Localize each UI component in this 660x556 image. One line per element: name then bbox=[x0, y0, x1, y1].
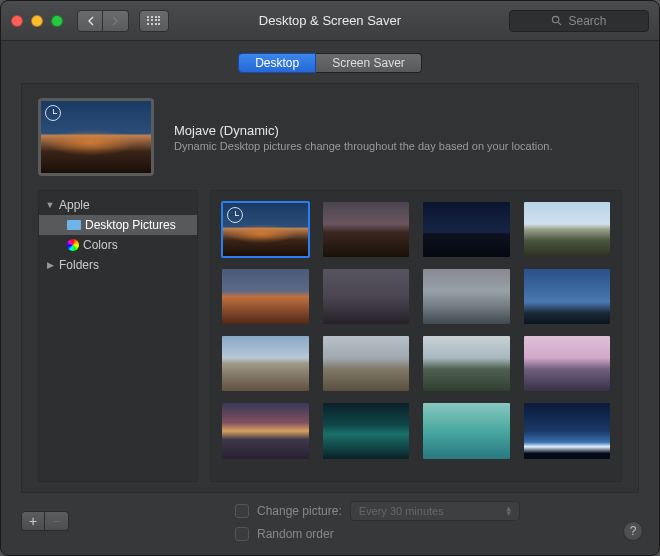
dynamic-badge-icon bbox=[45, 105, 61, 121]
sidebar-item-folders[interactable]: ▶ Folders bbox=[39, 255, 197, 275]
svg-line-1 bbox=[559, 22, 562, 25]
minimize-button[interactable] bbox=[31, 15, 43, 27]
sidebar-item-desktop-pictures[interactable]: Desktop Pictures bbox=[39, 215, 197, 235]
svg-point-0 bbox=[553, 16, 559, 22]
search-field[interactable]: Search bbox=[509, 10, 649, 32]
tab-screen-saver[interactable]: Screen Saver bbox=[316, 53, 422, 73]
wallpaper-thumbnail[interactable] bbox=[422, 268, 511, 325]
source-tree: ▼ Apple Desktop Pictures Colors ▶ Folder… bbox=[39, 191, 197, 279]
sidebar-label: Colors bbox=[83, 238, 118, 252]
wallpaper-thumbnail[interactable] bbox=[221, 335, 310, 392]
wallpaper-thumbnail[interactable] bbox=[322, 268, 411, 325]
disclosure-triangle-icon[interactable]: ▶ bbox=[45, 260, 55, 270]
wallpaper-grid-container[interactable] bbox=[210, 190, 622, 482]
wallpaper-thumbnail[interactable] bbox=[422, 335, 511, 392]
grid-icon bbox=[147, 16, 161, 26]
wallpaper-thumbnail[interactable] bbox=[322, 201, 411, 258]
wallpaper-thumbnail[interactable] bbox=[523, 335, 612, 392]
remove-folder-button[interactable]: − bbox=[45, 511, 69, 531]
wallpaper-thumbnail[interactable] bbox=[523, 268, 612, 325]
sidebar-label: Desktop Pictures bbox=[85, 218, 176, 232]
wallpaper-thumbnail[interactable] bbox=[221, 268, 310, 325]
forward-button[interactable] bbox=[103, 10, 129, 32]
content-area: Mojave (Dynamic) Dynamic Desktop picture… bbox=[21, 83, 639, 493]
change-picture-row: Change picture: Every 30 minutes ▲▼ bbox=[235, 501, 520, 521]
wallpaper-title: Mojave (Dynamic) bbox=[174, 123, 622, 138]
color-wheel-icon bbox=[67, 239, 79, 251]
sidebar-item-apple[interactable]: ▼ Apple bbox=[39, 195, 197, 215]
tab-bar: DesktopScreen Saver bbox=[1, 41, 659, 83]
lower-split: ▼ Apple Desktop Pictures Colors ▶ Folder… bbox=[22, 190, 638, 492]
change-interval-select[interactable]: Every 30 minutes ▲▼ bbox=[350, 501, 520, 521]
bottom-bar: + − Change picture: Every 30 minutes ▲▼ … bbox=[1, 493, 659, 555]
help-button[interactable]: ? bbox=[623, 521, 643, 541]
preview-info: Mojave (Dynamic) Dynamic Desktop picture… bbox=[174, 123, 622, 152]
change-picture-checkbox[interactable] bbox=[235, 504, 249, 518]
titlebar: Desktop & Screen Saver Search bbox=[1, 1, 659, 41]
folder-icon bbox=[67, 220, 81, 230]
zoom-button[interactable] bbox=[51, 15, 63, 27]
add-folder-button[interactable]: + bbox=[21, 511, 45, 531]
wallpaper-thumbnail[interactable] bbox=[523, 201, 612, 258]
change-interval-value: Every 30 minutes bbox=[359, 505, 444, 517]
wallpaper-thumbnail[interactable] bbox=[422, 402, 511, 459]
sidebar-label: Folders bbox=[59, 258, 99, 272]
wallpaper-thumbnail[interactable] bbox=[523, 402, 612, 459]
close-button[interactable] bbox=[11, 15, 23, 27]
search-icon bbox=[551, 15, 562, 26]
dynamic-badge-icon bbox=[227, 207, 243, 223]
random-order-checkbox[interactable] bbox=[235, 527, 249, 541]
back-button[interactable] bbox=[77, 10, 103, 32]
options: Change picture: Every 30 minutes ▲▼ Rand… bbox=[235, 501, 520, 541]
sidebar-label: Apple bbox=[59, 198, 90, 212]
change-picture-label: Change picture: bbox=[257, 504, 342, 518]
chevron-updown-icon: ▲▼ bbox=[505, 506, 513, 516]
wallpaper-thumbnail[interactable] bbox=[422, 201, 511, 258]
tab-desktop[interactable]: Desktop bbox=[238, 53, 316, 73]
nav-buttons bbox=[77, 10, 129, 32]
preferences-window: Desktop & Screen Saver Search DesktopScr… bbox=[0, 0, 660, 556]
add-remove-controls: + − bbox=[21, 511, 69, 531]
window-controls bbox=[11, 15, 63, 27]
show-all-button[interactable] bbox=[139, 10, 169, 32]
random-order-row: Random order bbox=[235, 527, 520, 541]
search-placeholder: Search bbox=[568, 14, 606, 28]
source-sidebar[interactable]: ▼ Apple Desktop Pictures Colors ▶ Folder… bbox=[38, 190, 198, 482]
wallpaper-thumbnail[interactable] bbox=[322, 402, 411, 459]
preview-row: Mojave (Dynamic) Dynamic Desktop picture… bbox=[22, 84, 638, 190]
random-order-label: Random order bbox=[257, 527, 334, 541]
wallpaper-description: Dynamic Desktop pictures change througho… bbox=[174, 140, 622, 152]
wallpaper-thumbnail[interactable] bbox=[221, 402, 310, 459]
sidebar-item-colors[interactable]: Colors bbox=[39, 235, 197, 255]
wallpaper-thumbnail[interactable] bbox=[322, 335, 411, 392]
wallpaper-grid bbox=[221, 201, 611, 460]
current-wallpaper-preview bbox=[38, 98, 154, 176]
disclosure-triangle-icon[interactable]: ▼ bbox=[45, 200, 55, 210]
wallpaper-thumbnail[interactable] bbox=[221, 201, 310, 258]
